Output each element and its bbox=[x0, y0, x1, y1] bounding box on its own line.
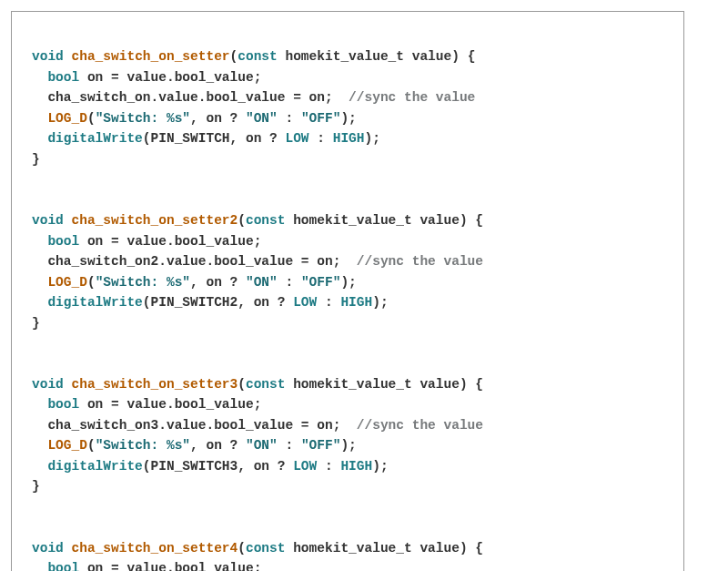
pin-name: PIN_SWITCH bbox=[151, 131, 230, 146]
func-name: cha_switch_on_setter bbox=[72, 49, 230, 64]
obj-name: cha_switch_on3 bbox=[47, 418, 158, 433]
code-frame: void cha_switch_on_setter(const homekit_… bbox=[11, 11, 684, 571]
func-name: cha_switch_on_setter4 bbox=[72, 541, 238, 556]
comment-sync: //sync the value bbox=[349, 90, 475, 105]
func-name: cha_switch_on_setter2 bbox=[72, 213, 238, 228]
type-homekit: homekit_value_t bbox=[285, 49, 404, 64]
func-block-3: void cha_switch_on_setter4(const homekit… bbox=[32, 541, 483, 571]
kw-const: const bbox=[238, 49, 278, 64]
obj-name: cha_switch_on bbox=[47, 90, 150, 105]
kw-bool: bool bbox=[47, 70, 79, 85]
pin-name: PIN_SWITCH3 bbox=[151, 459, 238, 474]
code-block: void cha_switch_on_setter(const homekit_… bbox=[32, 26, 663, 571]
func-block-0: void cha_switch_on_setter(const homekit_… bbox=[32, 49, 475, 166]
logd-call: LOG_D bbox=[47, 111, 87, 126]
str-switch: "Switch: %s" bbox=[96, 111, 190, 126]
func-block-1: void cha_switch_on_setter2(const homekit… bbox=[32, 213, 483, 330]
pin-name: PIN_SWITCH2 bbox=[151, 295, 238, 310]
func-name: cha_switch_on_setter3 bbox=[72, 377, 238, 392]
param-value: value bbox=[412, 49, 452, 64]
digitalwrite-call: digitalWrite bbox=[47, 131, 142, 146]
kw-void: void bbox=[32, 49, 64, 64]
obj-name: cha_switch_on2 bbox=[47, 254, 158, 269]
func-block-2: void cha_switch_on_setter3(const homekit… bbox=[32, 377, 483, 494]
